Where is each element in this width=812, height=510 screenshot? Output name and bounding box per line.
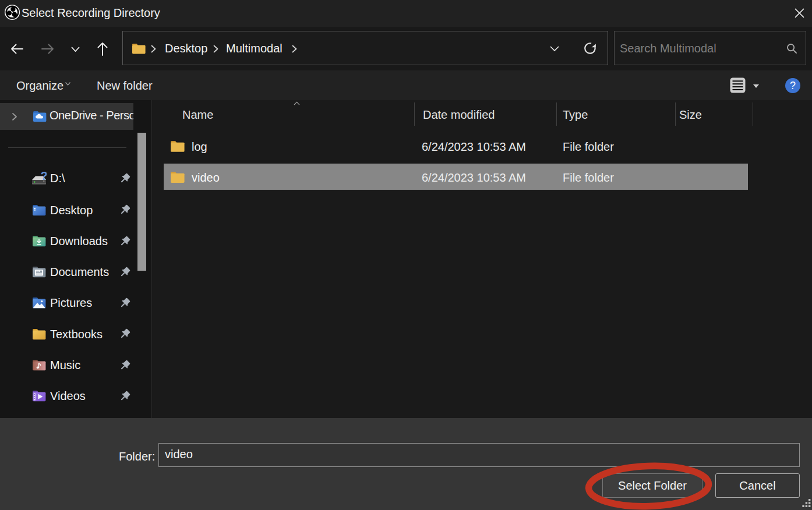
svg-text:?: ? [41,171,47,182]
